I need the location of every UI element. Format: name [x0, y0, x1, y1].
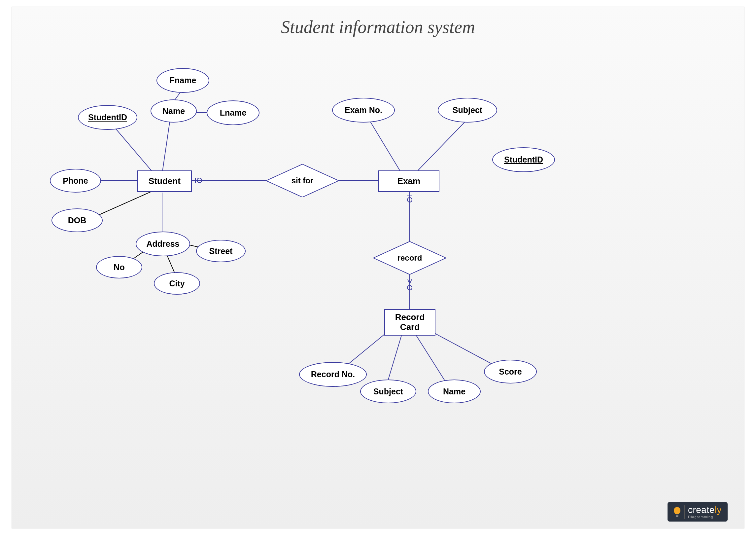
attr-exam-no: Exam No. — [332, 98, 395, 122]
attr-studentid: StudentID — [78, 105, 137, 130]
attr-address-no: No — [96, 256, 142, 279]
creately-logo: creately Diagramming — [668, 502, 728, 522]
svg-line-23 — [387, 336, 401, 385]
attr-address-street: Street — [196, 240, 246, 262]
svg-line-8 — [167, 255, 175, 275]
relationship-record: record — [373, 241, 446, 275]
diagram-canvas: Student information system — [12, 7, 744, 528]
entity-record-card: Record Card — [384, 309, 435, 336]
attr-address: Address — [136, 231, 190, 256]
diagram-title: Student information system — [12, 17, 744, 37]
attr-address-city: City — [154, 272, 200, 295]
relationship-sit-for: sit for — [266, 164, 339, 197]
entity-student: Student — [137, 170, 192, 192]
svg-rect-28 — [676, 515, 678, 516]
svg-rect-29 — [676, 516, 678, 517]
svg-line-16 — [418, 119, 467, 170]
svg-line-15 — [368, 119, 400, 170]
attr-fname: Fname — [156, 68, 209, 93]
logo-brand-text: creately — [688, 505, 722, 515]
attr-record-name: Name — [428, 380, 481, 403]
attr-lname: Lname — [207, 100, 259, 125]
attr-dob: DOB — [52, 208, 103, 232]
attr-record-subject: Subject — [360, 380, 416, 403]
attr-name: Name — [151, 99, 197, 122]
svg-line-3 — [91, 192, 151, 218]
entity-exam: Exam — [378, 170, 439, 192]
logo-tagline: Diagramming — [688, 515, 722, 519]
attr-record-score: Score — [484, 360, 537, 384]
svg-line-1 — [162, 118, 170, 174]
lightbulb-icon — [672, 506, 682, 519]
svg-point-19 — [407, 197, 412, 202]
attr-record-no: Record No. — [299, 362, 367, 387]
attr-exam-studentid: StudentID — [492, 147, 555, 172]
svg-point-21 — [407, 286, 412, 290]
attr-exam-subject: Subject — [438, 98, 497, 122]
attr-phone: Phone — [50, 169, 101, 192]
svg-line-24 — [416, 336, 448, 385]
svg-point-12 — [197, 178, 202, 183]
